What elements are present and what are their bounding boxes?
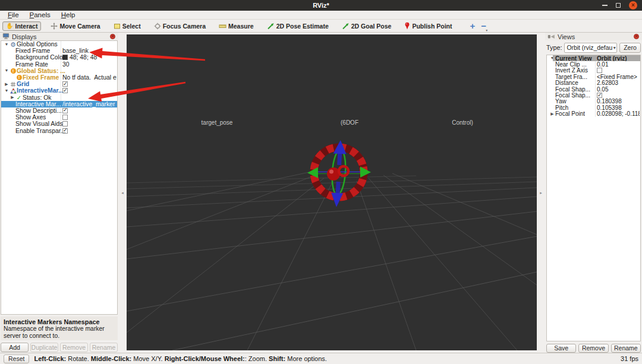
property-value[interactable] (62, 127, 117, 134)
property-value[interactable] (62, 87, 117, 94)
property-value[interactable]: 0.105398 (597, 105, 640, 110)
move-icon (51, 23, 58, 30)
right-splitter-handle[interactable]: ▸ (537, 33, 545, 353)
displays-panel: Displays ▼⚙Global OptionsFixed Framebase… (0, 33, 118, 353)
close-button-icon[interactable]: × (629, 1, 637, 10)
expander-open-icon[interactable]: ▼ (4, 88, 10, 94)
tool-move-camera[interactable]: Move Camera (47, 21, 103, 31)
views-row-near-clip[interactable]: Near Clip ...0.01 (547, 61, 640, 67)
reset-button[interactable]: Reset (4, 354, 29, 363)
property-value[interactable] (62, 114, 117, 121)
displays-rename-button: Rename (90, 343, 118, 352)
menu-item-file[interactable]: File (2, 11, 24, 18)
display-row-frame-rate[interactable]: Frame Rate30 (1, 61, 117, 68)
display-row-show-axes[interactable]: Show Axes (1, 114, 117, 121)
checkbox-checked[interactable] (597, 93, 602, 98)
tool-publish-point[interactable]: Publish Point (401, 21, 455, 31)
expander-open-icon[interactable]: ▼ (4, 68, 10, 74)
property-value[interactable]: No tf data. Actual err... (62, 74, 117, 81)
property-value[interactable] (597, 68, 640, 74)
expander-closed-icon[interactable]: ▶ (10, 94, 15, 100)
display-row-fixed-frame[interactable]: !Fixed FrameNo tf data. Actual err... (1, 74, 117, 81)
display-row-interactive-mar[interactable]: Interactive Mar.../interactive_marker (1, 101, 117, 107)
views-row-target-fra[interactable]: Target Fra...<Fixed Frame> (547, 74, 640, 80)
displays-add-button[interactable]: Add (1, 343, 29, 352)
title-bar: RViz* × (0, 0, 642, 11)
views-rename-button[interactable]: Rename (611, 344, 641, 353)
close-panel-icon[interactable] (634, 34, 639, 39)
checkbox-unchecked[interactable] (597, 68, 602, 73)
property-value[interactable]: 0.180398 (597, 99, 640, 105)
menu-item-panels[interactable]: Panels (24, 11, 56, 18)
views-row-focal-point[interactable]: ▶Focal Point0.028098; -0.118... (547, 111, 640, 117)
property-value[interactable]: 2.62803 (597, 80, 640, 86)
3d-viewport[interactable]: target_pose(6DOFControl) (127, 34, 537, 350)
display-row-enable-transpar[interactable]: Enable Transpar... (1, 127, 117, 134)
tool-pose-estimate[interactable]: 2D Pose Estimate (263, 21, 332, 31)
tool-select[interactable]: Select (110, 21, 144, 31)
checkbox-unchecked[interactable] (62, 115, 68, 120)
property-value[interactable]: <Fixed Frame> (597, 74, 640, 80)
remove-tool-button[interactable]: −▼ (481, 21, 486, 31)
display-row-global-status[interactable]: ▼!Global Status: ... (1, 68, 117, 74)
tool-focus-camera[interactable]: Focus Camera (150, 21, 209, 31)
views-save-button[interactable]: Save (546, 344, 576, 353)
view-type-dropdown[interactable]: Orbit (rviz_defau ▼ (564, 43, 617, 53)
views-remove-button[interactable]: Remove (578, 344, 608, 353)
tool-interact[interactable]: ✋Interact (2, 21, 41, 31)
views-row-focal-shap[interactable]: Focal Shap... (547, 92, 640, 98)
tool-measure[interactable]: Measure (215, 21, 257, 31)
views-row-current-view[interactable]: ▼Current ViewOrbit (rviz) (547, 55, 640, 61)
zero-button[interactable]: Zero (619, 43, 641, 53)
maximize-button-icon[interactable] (616, 3, 621, 8)
value-text: 0.05 (597, 86, 608, 92)
display-row-status-ok[interactable]: ▶✓Status: Ok (1, 94, 117, 101)
property-value[interactable]: 0.01 (597, 61, 640, 67)
property-value[interactable] (62, 121, 117, 127)
expander-closed-icon[interactable]: ▶ (4, 81, 10, 87)
property-value[interactable]: 30 (62, 61, 117, 68)
views-row-pitch[interactable]: Pitch0.105398 (547, 105, 640, 110)
property-name: Current View (555, 55, 592, 62)
tool-goal-pose[interactable]: 2D Goal Pose (338, 21, 395, 31)
property-value[interactable]: 48; 48; 48 (62, 54, 117, 61)
small-torus[interactable] (339, 166, 348, 176)
display-row-global-options[interactable]: ▼⚙Global Options (1, 41, 117, 48)
views-row-yaw[interactable]: Yaw0.180398 (547, 99, 640, 105)
display-row-fixed-frame[interactable]: Fixed Framebase_link (1, 48, 117, 54)
interactive-marker-6dof[interactable] (307, 140, 371, 207)
display-row-background-color[interactable]: Background Color48; 48; 48 (1, 54, 117, 61)
property-value[interactable] (62, 107, 117, 114)
checkbox-checked[interactable] (62, 108, 68, 113)
views-row-invert-z-axis[interactable]: Invert Z Axis (547, 68, 640, 74)
warn-icon: ! (15, 75, 23, 80)
add-tool-button[interactable]: + (470, 21, 476, 31)
displays-panel-title: Displays (12, 33, 37, 40)
property-value[interactable]: 0.028098; -0.118... (597, 111, 640, 117)
left-splitter-handle[interactable]: ◂ (118, 33, 127, 353)
checkbox-checked[interactable] (62, 81, 68, 87)
marker-description-label: (6DOF (341, 119, 358, 126)
minimize-button-icon[interactable] (602, 5, 608, 6)
expander-open-icon[interactable]: ▼ (4, 42, 10, 48)
menu-item-help[interactable]: Help (56, 11, 81, 18)
expander-closed-icon[interactable]: ▶ (549, 111, 555, 117)
display-row-show-descripti[interactable]: Show Descripti... (1, 107, 117, 114)
property-value[interactable] (62, 81, 117, 87)
property-value[interactable] (597, 92, 640, 98)
property-value[interactable]: base_link (62, 48, 117, 54)
checkbox-unchecked[interactable] (62, 121, 68, 126)
display-row-interactivemar[interactable]: ▼ InteractiveMar... (1, 87, 117, 94)
display-row-show-visual-aids[interactable]: Show Visual Aids (1, 121, 117, 127)
display-row-grid[interactable]: ▶Grid (1, 81, 117, 87)
value-text: 0.180398 (597, 99, 622, 105)
viewport-canvas (127, 34, 537, 350)
property-value[interactable]: /interactive_marker (62, 101, 117, 107)
close-panel-icon[interactable] (110, 34, 115, 39)
property-value[interactable]: 0.05 (597, 86, 640, 92)
views-row-distance[interactable]: Distance2.62803 (547, 80, 640, 86)
views-row-focal-shap[interactable]: Focal Shap...0.05 (547, 86, 640, 92)
value-text: base_link (62, 48, 89, 54)
marker-description-label: Control) (452, 119, 473, 126)
property-value[interactable]: Orbit (rviz) (597, 55, 640, 61)
